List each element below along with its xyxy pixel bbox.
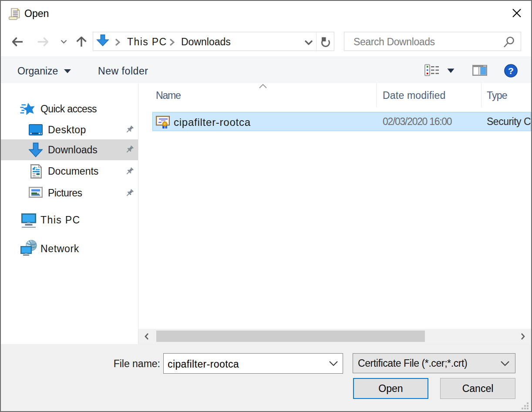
- svg-text:?: ?: [508, 66, 514, 76]
